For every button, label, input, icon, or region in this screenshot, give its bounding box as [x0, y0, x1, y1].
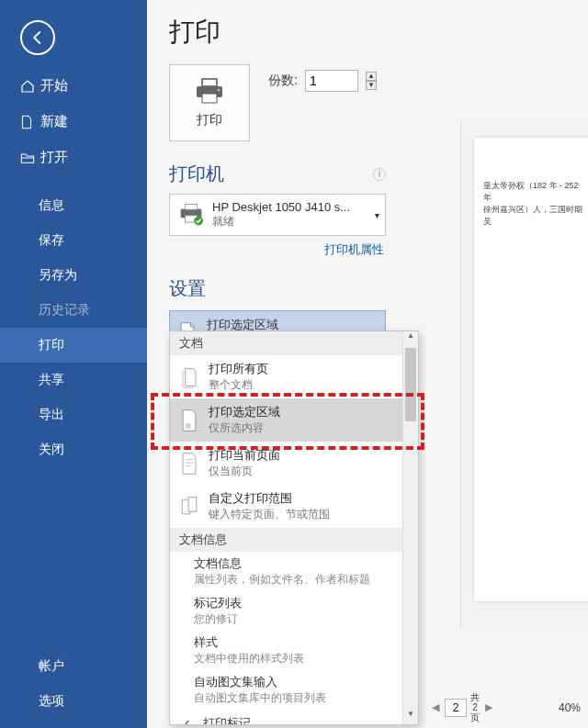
back-button[interactable] [20, 20, 55, 55]
svg-rect-5 [186, 205, 198, 210]
dropdown-scrollbar[interactable]: ▲ ▼ [402, 331, 418, 724]
dropdown-info-markup[interactable]: 标记列表您的修订 [170, 591, 402, 631]
printer-properties-link[interactable]: 打印机属性 [324, 242, 384, 256]
document-icon [20, 115, 40, 129]
printer-status-icon [177, 203, 205, 227]
page-title: 打印 [169, 15, 441, 50]
preview-text: 徐州嘉兴区）人，三国时期吴 [483, 204, 584, 228]
nav-options[interactable]: 选项 [0, 684, 147, 719]
page-total: 共 2 页 [470, 692, 480, 722]
pages-icon [179, 365, 199, 389]
printer-icon [193, 77, 226, 106]
scroll-thumb[interactable] [405, 348, 416, 421]
settings-heading: 设置 [169, 276, 441, 301]
printer-status: 就绪 [212, 214, 350, 230]
print-preview-pane: 皇太帝孙权（182 年 - 252 年 徐州嘉兴区）人，三国时期吴 [460, 119, 588, 629]
nav-close[interactable]: 关闭 [0, 432, 147, 467]
scroll-down-icon[interactable]: ▼ [403, 710, 418, 724]
nav-history[interactable]: 历史记录 [0, 293, 147, 328]
dropdown-group-document: 文档 [170, 331, 402, 355]
page-next-button[interactable]: ▶ [483, 701, 494, 713]
printer-heading: 打印机 [169, 162, 224, 186]
dropdown-item-custom[interactable]: 自定义打印范围键入特定页面、节或范围 [170, 485, 402, 528]
nav-label: 打开 [40, 149, 68, 166]
copies-input[interactable] [305, 70, 358, 92]
copies-spinner[interactable]: ▲▼ [366, 72, 377, 90]
dropdown-info-styles[interactable]: 样式文档中使用的样式列表 [170, 631, 402, 670]
dropdown-info-docinfo[interactable]: 文档信息属性列表，例如文件名、作者和标题 [170, 552, 402, 591]
nav-account[interactable]: 帐户 [0, 649, 147, 684]
dropdown-check-markup[interactable]: ✓打印标记 [170, 710, 402, 724]
dropdown-item-selection[interactable]: 打印选定区域仅所选内容 [170, 398, 402, 442]
main-panel: 打印 打印 份数: ▲▼ 打印机 [147, 0, 588, 728]
home-icon [20, 79, 40, 94]
printer-name: HP Deskjet 1050 J410 s... [212, 200, 350, 214]
scroll-up-icon[interactable]: ▲ [403, 331, 418, 346]
page-number-input[interactable] [445, 699, 467, 717]
zoom-level[interactable]: 40% [559, 701, 581, 714]
dropdown-group-info: 文档信息 [170, 528, 402, 552]
dropdown-caret-icon: ▾ [375, 210, 379, 220]
svg-point-3 [218, 89, 220, 92]
arrow-left-icon [29, 29, 46, 46]
nav-print[interactable]: 打印 [0, 328, 147, 363]
info-icon[interactable]: i [373, 168, 386, 181]
page-selection-icon [179, 409, 199, 432]
svg-rect-9 [186, 423, 191, 428]
nav-new[interactable]: 新建 [0, 104, 147, 140]
page-prev-button[interactable]: ◀ [430, 701, 441, 713]
nav-export[interactable]: 导出 [0, 398, 147, 432]
svg-rect-0 [202, 79, 217, 86]
backstage-sidebar: 开始 新建 打开 信息 保存 另存为 历史记录 打印 共享 导出 关闭 帐户 选… [0, 0, 147, 728]
dropdown-item-all[interactable]: 打印所有页整个文档 [170, 355, 402, 398]
preview-page: 皇太帝孙权（182 年 - 252 年 徐州嘉兴区）人，三国时期吴 [474, 138, 588, 601]
nav-saveas[interactable]: 另存为 [0, 258, 147, 293]
copies-label: 份数: [268, 73, 298, 89]
svg-rect-2 [202, 94, 217, 103]
dropdown-info-autotext[interactable]: 自动图文集输入自动图文集库中的项目列表 [170, 670, 402, 710]
nav-info[interactable]: 信息 [0, 188, 147, 223]
nav-label: 新建 [40, 113, 68, 130]
nav-home[interactable]: 开始 [0, 68, 147, 104]
pages-custom-icon [179, 495, 199, 519]
folder-open-icon [20, 151, 40, 164]
nav-save[interactable]: 保存 [0, 223, 147, 258]
print-button-label: 打印 [197, 112, 222, 129]
print-button[interactable]: 打印 [169, 64, 250, 141]
copies-field: 份数: ▲▼ [268, 70, 377, 92]
preview-text: 皇太帝孙权（182 年 - 252 年 [483, 180, 584, 204]
nav-open[interactable]: 打开 [0, 140, 147, 175]
preview-footer: ◀ 共 2 页 ▶ 40% [423, 687, 588, 728]
nav-label: 开始 [40, 77, 68, 95]
page-current-icon [179, 452, 199, 476]
check-icon: ✓ [179, 717, 192, 725]
printer-selector[interactable]: HP Deskjet 1050 J410 s... 就绪 ▾ [169, 194, 386, 236]
dropdown-item-current[interactable]: 打印当前页面仅当前页 [170, 442, 402, 485]
print-range-dropdown: 文档 打印所有页整个文档 打印选定区域仅所选内容 打印当前页面仅当前页 自定义打… [169, 330, 419, 725]
nav-share[interactable]: 共享 [0, 363, 147, 398]
